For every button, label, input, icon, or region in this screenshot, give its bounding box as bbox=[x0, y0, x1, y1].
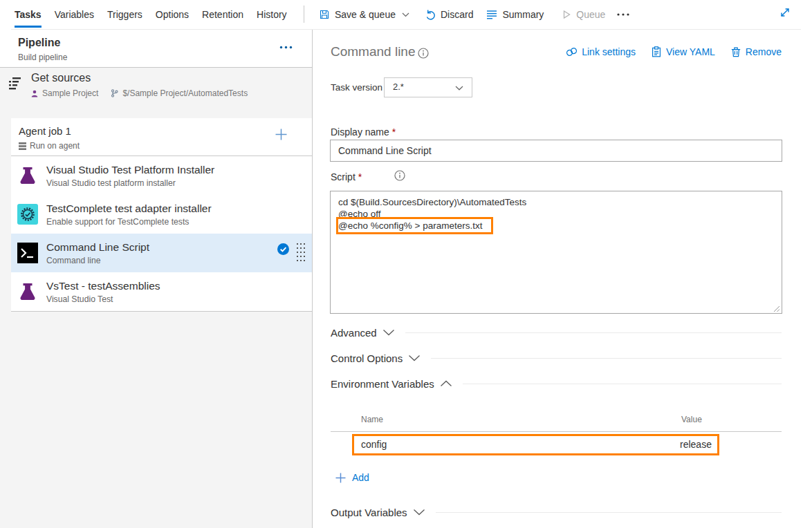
vs-test-flask-icon bbox=[17, 281, 38, 302]
get-sources-project: Sample Project bbox=[42, 88, 98, 98]
textarea-resize-handle[interactable] bbox=[772, 304, 780, 312]
tab-tasks-label: Tasks bbox=[15, 9, 41, 20]
agent-icon bbox=[19, 142, 26, 150]
dropdown-chevron-icon bbox=[455, 86, 463, 91]
undo-icon bbox=[425, 9, 436, 20]
display-name-input[interactable]: Command Line Script bbox=[330, 140, 782, 162]
required-asterisk: * bbox=[358, 171, 362, 182]
toolbar-separator bbox=[304, 6, 304, 23]
env-variable-row-annotation: config release bbox=[352, 434, 719, 455]
tab-tasks[interactable]: Tasks bbox=[15, 0, 41, 29]
get-sources-icon bbox=[8, 76, 22, 90]
drag-handle-icon[interactable] bbox=[297, 243, 305, 262]
link-settings-button[interactable]: Link settings bbox=[566, 46, 636, 57]
project-icon bbox=[31, 90, 38, 97]
save-queue-button[interactable]: Save & queue bbox=[319, 9, 409, 20]
task-title: VsTest - testAssemblies bbox=[46, 280, 160, 292]
get-sources-details: Sample Project $/Sample Project/Automate… bbox=[31, 88, 248, 98]
tab-variables-label: Variables bbox=[55, 9, 94, 20]
save-queue-chevron-icon bbox=[402, 12, 409, 17]
agent-job-header[interactable]: Agent job 1 Run on agent bbox=[11, 118, 312, 156]
more-actions-icon[interactable] bbox=[616, 12, 630, 17]
queue-button[interactable]: Queue bbox=[562, 9, 605, 20]
tab-variables[interactable]: Variables bbox=[55, 0, 94, 29]
required-asterisk: * bbox=[392, 126, 396, 138]
add-variable-label: Add bbox=[352, 472, 369, 483]
discard-button[interactable]: Discard bbox=[425, 9, 473, 20]
task-row-vstest-platform-installer[interactable]: Visual Studio Test Platform Installer Vi… bbox=[11, 156, 312, 195]
task-subtitle: Visual Studio test platform installer bbox=[46, 178, 176, 188]
task-settings-panel: Command line Link settings View YAML Rem… bbox=[313, 30, 812, 528]
script-label-text: Script bbox=[331, 171, 356, 182]
task-row-testcomplete-adapter[interactable]: TestComplete test adapter installer Enab… bbox=[11, 195, 312, 234]
pipeline-header: Pipeline Build pipeline bbox=[0, 30, 312, 68]
add-variable-button[interactable]: Add bbox=[335, 472, 369, 483]
script-textarea[interactable]: cd $(Build.SourcesDirectory)\AutomatedTe… bbox=[330, 191, 782, 314]
discard-label: Discard bbox=[441, 9, 473, 20]
summary-button[interactable]: Summary bbox=[486, 9, 544, 20]
task-row-command-line-script[interactable]: Command Line Script Command line bbox=[11, 234, 312, 272]
env-table-value-header: Value bbox=[681, 415, 702, 424]
toolbar: Save & queue Discard Summary Queue bbox=[319, 0, 630, 29]
section-control-options[interactable]: Control Options bbox=[331, 348, 782, 368]
task-subtitle: Enable support for TestComplete tests bbox=[46, 217, 189, 227]
tab-triggers-label: Triggers bbox=[107, 9, 142, 20]
save-icon bbox=[319, 9, 330, 20]
pipeline-more-icon[interactable] bbox=[279, 46, 293, 49]
task-subtitle: Command line bbox=[46, 256, 101, 265]
link-icon bbox=[566, 46, 578, 57]
section-control-options-label: Control Options bbox=[331, 352, 403, 364]
agent-job-card: Agent job 1 Run on agent Visual Studio T… bbox=[11, 118, 312, 312]
task-version-value: 2.* bbox=[393, 82, 404, 92]
fullscreen-expand-icon[interactable] bbox=[779, 7, 791, 18]
add-task-icon[interactable] bbox=[275, 129, 287, 140]
vs-test-flask-icon bbox=[17, 165, 38, 186]
script-line: cd $(Build.SourcesDirectory)\AutomatedTe… bbox=[338, 196, 775, 208]
panel-actions: Link settings View YAML Remove bbox=[566, 46, 782, 57]
plus-icon bbox=[335, 473, 346, 483]
script-highlight-annotation bbox=[336, 217, 493, 234]
env-table-name-header: Name bbox=[361, 415, 383, 424]
section-output-variables[interactable]: Output Variables bbox=[331, 502, 782, 522]
chevron-down-icon bbox=[382, 329, 395, 336]
section-divider bbox=[463, 384, 782, 384]
section-advanced[interactable]: Advanced bbox=[331, 323, 782, 342]
task-row-vstest-assemblies[interactable]: VsTest - testAssemblies Visual Studio Te… bbox=[11, 272, 312, 311]
section-environment-variables[interactable]: Environment Variables bbox=[331, 374, 782, 393]
tab-triggers[interactable]: Triggers bbox=[107, 0, 142, 29]
tab-history[interactable]: History bbox=[257, 0, 287, 29]
section-divider bbox=[436, 512, 782, 513]
queue-label: Queue bbox=[576, 9, 605, 20]
tab-options[interactable]: Options bbox=[156, 0, 189, 29]
tab-retention[interactable]: Retention bbox=[202, 0, 243, 29]
task-version-dropdown[interactable]: 2.* bbox=[384, 77, 472, 97]
section-divider bbox=[405, 332, 782, 333]
pipeline-title: Pipeline bbox=[18, 37, 60, 49]
get-sources-item[interactable]: Get sources Sample Project $/Sample Proj… bbox=[0, 68, 312, 117]
panel-title: Command line bbox=[331, 44, 416, 59]
remove-button[interactable]: Remove bbox=[730, 46, 782, 57]
tab-history-label: History bbox=[257, 9, 287, 20]
info-icon[interactable] bbox=[418, 48, 429, 59]
summary-label: Summary bbox=[502, 9, 544, 20]
branch-icon bbox=[111, 89, 118, 97]
task-title: Command Line Script bbox=[46, 241, 149, 254]
task-title: TestComplete test adapter installer bbox=[46, 202, 212, 215]
display-name-value: Command Line Script bbox=[338, 145, 432, 156]
script-info-icon[interactable] bbox=[394, 170, 405, 181]
save-queue-label: Save & queue bbox=[335, 9, 396, 20]
task-version-label: Task version bbox=[331, 82, 382, 93]
view-yaml-button[interactable]: View YAML bbox=[651, 46, 715, 57]
task-enabled-check-icon[interactable] bbox=[277, 243, 289, 255]
display-name-label: Display name * bbox=[331, 126, 396, 138]
env-variable-name-input[interactable]: config bbox=[361, 439, 387, 450]
section-divider bbox=[431, 358, 782, 359]
pipeline-tasks-panel: Pipeline Build pipeline Get sources Samp… bbox=[0, 30, 313, 528]
agent-job-subtitle: Run on agent bbox=[30, 141, 80, 151]
summary-list-icon bbox=[486, 9, 497, 20]
yaml-document-icon bbox=[651, 46, 662, 57]
env-variable-value-input[interactable]: release bbox=[680, 439, 712, 450]
view-yaml-label: View YAML bbox=[666, 46, 715, 57]
section-advanced-label: Advanced bbox=[331, 327, 377, 339]
play-icon bbox=[562, 10, 571, 19]
